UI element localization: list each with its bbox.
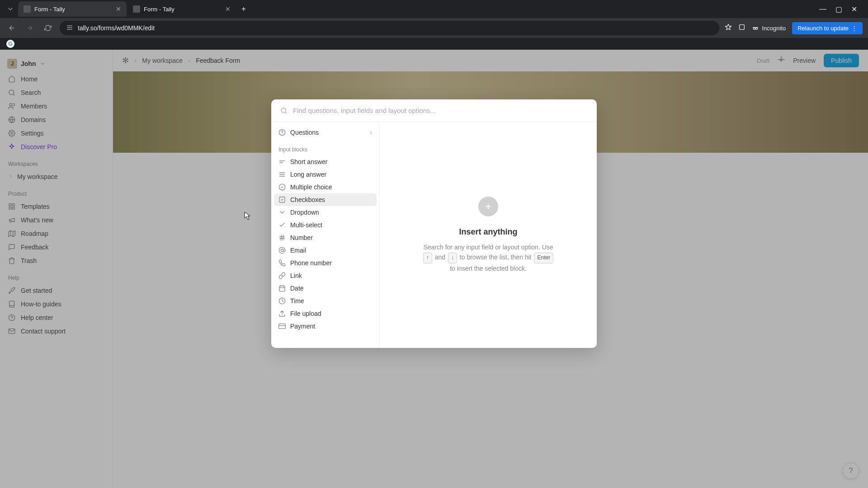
block-link[interactable]: Link <box>274 269 377 282</box>
arrow-left-icon <box>8 24 15 32</box>
hash-icon <box>278 234 286 241</box>
block-file-upload[interactable]: File upload <box>274 307 377 320</box>
chevron-right-icon: › <box>188 56 190 65</box>
close-icon[interactable]: ✕ <box>116 5 121 13</box>
nav-search[interactable]: Search <box>0 86 113 99</box>
block-list[interactable]: Questions › Input blocks Short answer Lo… <box>271 122 380 348</box>
nav-feedback[interactable]: Feedback <box>0 240 113 254</box>
close-window-icon[interactable]: ✕ <box>851 5 857 14</box>
tab-search-dropdown[interactable] <box>4 2 17 16</box>
section-input-blocks: Input blocks <box>274 140 377 155</box>
sparkle-icon <box>8 143 15 150</box>
section-workspaces: Workspaces <box>0 154 113 170</box>
nav-roadmap[interactable]: Roadmap <box>0 227 113 240</box>
nav-discover-pro[interactable]: Discover Pro <box>0 140 113 154</box>
map-icon <box>8 230 15 237</box>
tab-favicon-icon <box>24 5 31 13</box>
nav-trash[interactable]: Trash <box>0 254 113 267</box>
nav-whats-new[interactable]: What's new <box>0 213 113 227</box>
trash-icon <box>8 257 15 264</box>
svg-point-6 <box>11 132 13 134</box>
preview-button[interactable]: Preview <box>793 57 816 64</box>
nav-contact[interactable]: Contact support <box>0 324 113 338</box>
nav-how-to[interactable]: How-to guides <box>0 297 113 311</box>
google-bookmark-icon[interactable]: G <box>6 40 14 48</box>
nav-get-started[interactable]: Get started <box>0 284 113 297</box>
block-time[interactable]: Time <box>274 295 377 307</box>
nav-domains[interactable]: Domains <box>0 113 113 127</box>
help-icon <box>8 314 15 321</box>
incognito-icon <box>752 24 759 32</box>
nav-members[interactable]: Members <box>0 99 113 113</box>
breadcrumb-form[interactable]: Feedback Form <box>196 57 240 64</box>
block-search-input[interactable] <box>293 107 588 114</box>
extensions-icon[interactable] <box>738 23 745 33</box>
publish-button[interactable]: Publish <box>824 54 859 67</box>
block-long-answer[interactable]: Long answer <box>274 168 377 181</box>
grid-icon <box>8 203 15 210</box>
site-settings-icon[interactable] <box>66 24 73 33</box>
block-checkboxes[interactable]: Checkboxes <box>274 193 377 206</box>
new-tab-button[interactable]: + <box>237 2 250 16</box>
nav-templates[interactable]: Templates <box>0 200 113 213</box>
help-bubble-button[interactable]: ? <box>843 463 859 479</box>
incognito-indicator[interactable]: Incognito <box>752 24 786 32</box>
block-email[interactable]: Email <box>274 244 377 257</box>
phone-icon <box>278 259 286 267</box>
url-input[interactable]: tally.so/forms/wd0MMK/edit <box>60 21 719 35</box>
reload-icon <box>44 24 52 32</box>
back-button[interactable] <box>5 22 18 34</box>
insert-block-modal: Questions › Input blocks Short answer Lo… <box>271 99 597 348</box>
close-icon[interactable]: ✕ <box>225 5 231 13</box>
search-icon <box>280 107 288 114</box>
multi-check-icon <box>278 221 286 229</box>
search-icon <box>8 89 15 96</box>
megaphone-icon <box>8 216 15 224</box>
key-down: ↓ <box>448 253 457 263</box>
question-icon <box>278 129 286 136</box>
chevron-down-icon <box>7 5 14 13</box>
forward-button[interactable] <box>24 22 36 34</box>
tab-favicon-icon <box>133 5 140 13</box>
relaunch-button[interactable]: Relaunch to update ⋮ <box>792 22 863 34</box>
form-settings-button[interactable] <box>778 56 785 65</box>
radio-check-icon <box>278 183 286 191</box>
nav-home[interactable]: Home <box>0 72 113 86</box>
nav-help-center[interactable]: Help center <box>0 311 113 324</box>
svg-rect-8 <box>12 204 14 206</box>
calendar-icon <box>278 285 286 292</box>
nav-settings[interactable]: Settings <box>0 127 113 140</box>
block-number[interactable]: Number <box>274 231 377 244</box>
browser-tab-active[interactable]: Form - Tally ✕ <box>18 1 127 17</box>
section-help: Help <box>0 267 113 284</box>
clock-icon <box>278 297 286 305</box>
block-date[interactable]: Date <box>274 282 377 295</box>
checkbox-icon <box>278 196 286 203</box>
minimize-icon[interactable]: — <box>819 5 826 14</box>
maximize-icon[interactable]: ▢ <box>835 5 842 14</box>
chevron-right-icon: › <box>134 56 137 65</box>
block-phone[interactable]: Phone number <box>274 257 377 269</box>
block-payment[interactable]: Payment <box>274 320 377 333</box>
block-short-answer[interactable]: Short answer <box>274 155 377 168</box>
breadcrumb-workspace[interactable]: My workspace <box>142 57 182 64</box>
chevron-right-icon: › <box>370 129 372 136</box>
key-enter: Enter <box>534 253 553 263</box>
workspace-item[interactable]: My workspace <box>0 170 113 183</box>
block-multi-select[interactable]: Multi-select <box>274 219 377 231</box>
user-menu[interactable]: J John <box>0 55 113 72</box>
browser-tab[interactable]: Form - Tally ✕ <box>127 1 236 17</box>
category-questions[interactable]: Questions › <box>274 125 377 140</box>
block-dropdown[interactable]: Dropdown <box>274 206 377 219</box>
sidebar: J John Home Search Members Domains Setti… <box>0 50 113 488</box>
bookmark-star-icon[interactable] <box>725 23 732 33</box>
topbar: ✻ › My workspace › Feedback Form Draft P… <box>113 50 868 71</box>
draft-status: Draft <box>757 57 769 64</box>
block-multiple-choice[interactable]: Multiple choice <box>274 181 377 193</box>
tally-logo-icon[interactable]: ✻ <box>122 56 129 66</box>
svg-rect-10 <box>9 207 11 209</box>
reload-button[interactable] <box>42 22 54 34</box>
svg-rect-21 <box>279 324 286 329</box>
insert-description: Search for any input field or layout opt… <box>420 242 556 273</box>
insert-title: Insert anything <box>459 227 517 237</box>
